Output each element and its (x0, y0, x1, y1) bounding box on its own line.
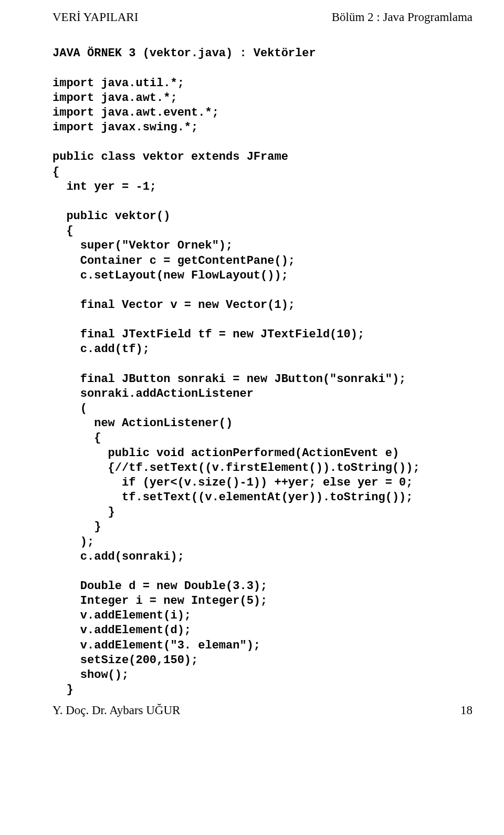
footer-page-number: 18 (460, 703, 472, 718)
header-left: VERİ YAPILARI (52, 9, 138, 25)
header-right: Bölüm 2 : Java Programlama (332, 9, 472, 25)
footer-author: Y. Doç. Dr. Aybars UĞUR (52, 703, 180, 718)
code-listing: JAVA ÖRNEK 3 (vektor.java) : Vektörler i… (52, 46, 472, 697)
page-footer: Y. Doç. Dr. Aybars UĞUR 18 (52, 703, 472, 718)
page-header: VERİ YAPILARI Bölüm 2 : Java Programlama (52, 9, 472, 25)
